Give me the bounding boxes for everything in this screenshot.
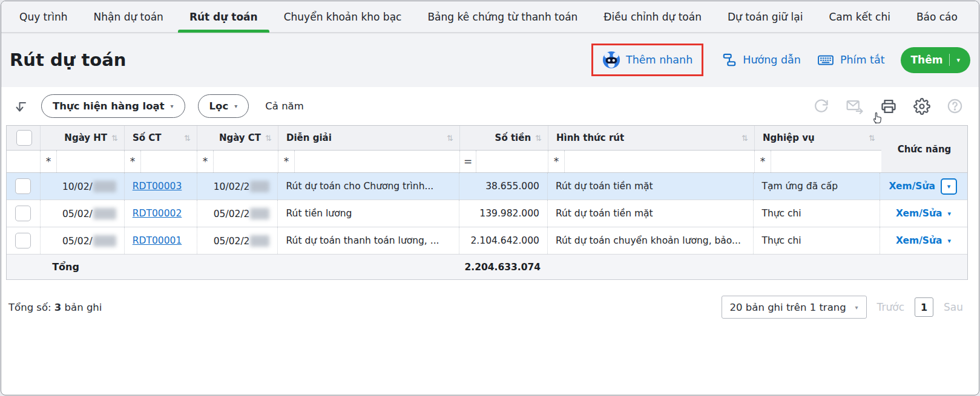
column-header-nghiep-vu[interactable]: Nghiệp vụ ⇅ xyxy=(755,126,881,150)
filter-so-tien[interactable]: = xyxy=(460,151,548,172)
filter-operator[interactable]: * xyxy=(278,151,295,172)
table-row[interactable]: 10/02/ RDT00003 10/02/2 Rút dự toán cho … xyxy=(7,173,967,200)
cell-so-ct: RDT00003 xyxy=(125,173,197,200)
keyboard-icon xyxy=(817,52,835,68)
column-header-ngay-ht[interactable]: Ngày HT ⇅ xyxy=(41,126,125,150)
column-header-so-tien[interactable]: Số tiền ⇅ xyxy=(460,126,548,150)
filter-ngay-ht[interactable]: * xyxy=(41,151,125,172)
settings-gear-icon[interactable] xyxy=(913,98,930,115)
table-row[interactable]: 05/02/ RDT00001 05/02/2 Rút dự toán than… xyxy=(7,227,967,255)
column-header-ngay-ct[interactable]: Ngày CT ⇅ xyxy=(197,126,278,150)
filter-label: Lọc xyxy=(209,100,229,112)
tab-chuyen-khoan-kho-bac[interactable]: Chuyển khoản kho bạc xyxy=(284,1,402,33)
send-mail-icon[interactable] xyxy=(846,98,864,114)
cell-nghiep-vu: Tạm ứng đã cấp xyxy=(754,173,880,200)
cell-so-tien: 139.982.000 xyxy=(459,200,548,227)
cell-ngay-ht: 05/02/ xyxy=(41,200,125,227)
tab-rut-du-toan[interactable]: Rút dự toán xyxy=(189,1,258,33)
row-checkbox[interactable] xyxy=(15,206,31,221)
table-row[interactable]: 05/02/ RDT00002 05/02/2 Rút tiền lương 1… xyxy=(7,200,967,227)
guide-button[interactable]: Hướng dẫn xyxy=(722,52,801,68)
sort-icon[interactable]: ⇅ xyxy=(265,134,272,143)
cell-so-ct: RDT00002 xyxy=(125,200,197,227)
add-button[interactable]: Thêm ▾ xyxy=(901,47,970,73)
ava-assistant-icon xyxy=(602,51,620,69)
tab-cam-ket-chi[interactable]: Cam kết chi xyxy=(829,1,890,33)
sort-icon[interactable]: ⇅ xyxy=(535,134,542,143)
document-link[interactable]: RDT00001 xyxy=(133,235,182,246)
cell-ngay-ct: 05/02/2 xyxy=(197,227,278,254)
filter-hinh-thuc-rut[interactable]: * xyxy=(548,151,755,172)
filter-nghiep-vu[interactable]: * xyxy=(755,151,881,172)
masked-year xyxy=(93,181,116,192)
cell-ngay-ct: 05/02/2 xyxy=(197,200,278,227)
records-table: Ngày HT ⇅ Số CT ⇅ Ngày CT ⇅ Diễn giải ⇅ xyxy=(6,125,968,280)
batch-actions-label: Thực hiện hàng loạt xyxy=(53,100,165,112)
document-link[interactable]: RDT00003 xyxy=(133,181,182,192)
page-header: Rút dự toán Thêm xyxy=(1,33,979,87)
column-header-hinh-thuc-rut[interactable]: Hình thức rút ⇅ xyxy=(548,126,755,150)
print-icon[interactable] xyxy=(880,98,897,115)
column-label: Số CT xyxy=(133,132,162,143)
next-page-button[interactable]: Sau xyxy=(944,301,963,313)
sort-icon[interactable]: ⇅ xyxy=(111,134,118,143)
tab-bao-cao[interactable]: Báo cáo xyxy=(916,1,958,33)
select-all-checkbox[interactable] xyxy=(16,130,32,146)
prev-page-button[interactable]: Trước xyxy=(877,301,904,313)
cell-ngay-ct: 10/02/2 xyxy=(197,173,278,200)
shortcut-button[interactable]: Phím tắt xyxy=(817,52,885,68)
filter-operator[interactable]: * xyxy=(197,151,214,172)
sort-icon[interactable]: ⇅ xyxy=(869,134,875,143)
filter-operator[interactable]: * xyxy=(548,151,565,172)
cell-ngay-ht: 05/02/ xyxy=(41,227,125,254)
row-action-dropdown-icon[interactable]: ▾ xyxy=(941,178,957,195)
tab-bang-ke-chung-tu[interactable]: Bảng kê chứng từ thanh toán xyxy=(427,1,577,33)
app-window: Quy trình Nhận dự toán Rút dự toán Chuyể… xyxy=(1,1,979,395)
jump-to-row-icon[interactable] xyxy=(12,99,28,114)
view-edit-button[interactable]: Xem/Sửa xyxy=(896,208,942,219)
page-size-select[interactable]: 20 bản ghi trên 1 trang ▾ xyxy=(722,296,867,319)
table-footer: Tổng số: 3 bản ghi 20 bản ghi trên 1 tra… xyxy=(8,296,963,319)
cell-so-tien: 2.104.642.000 xyxy=(459,227,548,254)
row-action-dropdown-icon[interactable]: ▾ xyxy=(947,210,951,218)
tab-du-toan-giu-lai[interactable]: Dự toán giữ lại xyxy=(728,1,803,33)
total-amount: 2.204.633.074 xyxy=(460,262,548,273)
document-link[interactable]: RDT00002 xyxy=(133,208,182,219)
help-icon[interactable] xyxy=(947,98,963,114)
row-checkbox[interactable] xyxy=(15,178,31,194)
masked-year xyxy=(250,181,269,192)
column-header-dien-giai[interactable]: Diễn giải ⇅ xyxy=(278,126,460,150)
tab-nhan-du-toan[interactable]: Nhận dự toán xyxy=(94,1,163,33)
filter-operator[interactable]: = xyxy=(460,151,476,172)
sort-icon[interactable]: ⇅ xyxy=(447,134,453,143)
view-edit-button[interactable]: Xem/Sửa xyxy=(889,181,935,192)
filter-operator[interactable]: * xyxy=(41,151,57,172)
tab-dieu-chinh-du-toan[interactable]: Điều chỉnh dự toán xyxy=(603,1,702,33)
quick-add-button[interactable]: Thêm nhanh xyxy=(602,51,692,69)
view-edit-button[interactable]: Xem/Sửa xyxy=(896,235,942,246)
filter-dien-giai[interactable]: * xyxy=(278,151,460,172)
column-header-so-ct[interactable]: Số CT ⇅ xyxy=(125,126,197,150)
quick-add-label: Thêm nhanh xyxy=(626,54,692,66)
filter-operator[interactable]: * xyxy=(125,151,141,172)
tab-quy-trinh[interactable]: Quy trình xyxy=(19,1,68,33)
row-action-dropdown-icon[interactable]: ▾ xyxy=(947,237,951,245)
batch-actions-dropdown[interactable]: Thực hiện hàng loạt ▾ xyxy=(41,94,185,118)
cell-dien-giai: Rút tiền lương xyxy=(278,200,459,227)
cell-hinh-thuc-rut: Rút dự toán chuyển khoản lương, bảo... xyxy=(548,227,754,254)
filter-operator[interactable]: * xyxy=(755,151,771,172)
filter-so-ct[interactable]: * xyxy=(125,151,197,172)
page-title: Rút dự toán xyxy=(10,50,126,70)
row-checkbox[interactable] xyxy=(15,233,31,248)
column-label: Ngày CT xyxy=(219,132,261,143)
sort-icon[interactable]: ⇅ xyxy=(742,134,748,143)
cell-hinh-thuc-rut: Rút dự toán tiền mặt xyxy=(548,200,754,227)
filter-ngay-ct[interactable]: * xyxy=(197,151,278,172)
add-dropdown-caret-icon[interactable]: ▾ xyxy=(956,57,960,63)
current-page-input[interactable]: 1 xyxy=(915,297,933,317)
add-button-label: Thêm xyxy=(911,54,943,66)
refresh-icon[interactable] xyxy=(813,98,829,114)
record-count: 3 xyxy=(54,302,61,313)
sort-icon[interactable]: ⇅ xyxy=(184,134,191,143)
filter-dropdown[interactable]: Lọc ▾ xyxy=(198,94,249,118)
